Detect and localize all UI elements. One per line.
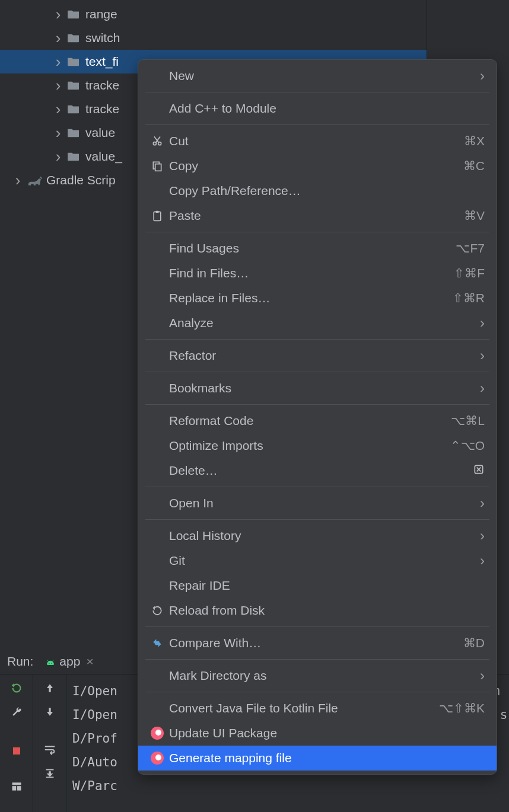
tree-item-label: Gradle Scrip (46, 173, 116, 187)
menu-item-label: Generate mapping file (169, 751, 485, 765)
compare-icon (148, 637, 167, 649)
menu-separator (145, 404, 489, 405)
layout-button[interactable] (9, 779, 24, 794)
menu-item-generate-mapping-file[interactable]: Generate mapping file (138, 746, 497, 771)
tree-item-switch[interactable]: switch (0, 26, 427, 50)
tree-item-label: value_ (85, 149, 122, 164)
delete-icon (473, 463, 485, 478)
menu-separator (145, 92, 489, 92)
svg-rect-9 (13, 747, 20, 755)
chevron-right-icon (52, 29, 64, 47)
menu-item-label: Reload from Disk (169, 603, 485, 618)
chevron-right-icon: › (480, 347, 485, 364)
android-icon (45, 656, 56, 667)
menu-separator (145, 659, 489, 660)
folder-icon (66, 56, 81, 68)
run-tab-app[interactable]: app × (40, 652, 98, 671)
menu-shortcut: ⌥⇧⌘K (439, 701, 485, 715)
menu-item-label: Paste (169, 209, 464, 223)
close-icon[interactable]: × (86, 654, 93, 669)
chevron-right-icon: › (480, 552, 485, 569)
tree-item-label: tracke (85, 78, 119, 92)
menu-shortcut: ⌥⌘L (451, 414, 485, 428)
menu-shortcut: ⌃⌥O (450, 439, 485, 453)
menu-item-replace-in-files[interactable]: Replace in Files…⇧⌘R (138, 286, 497, 311)
chevron-right-icon (52, 148, 64, 166)
soft-wrap-button[interactable] (42, 742, 58, 757)
menu-item-open-in[interactable]: Open In› (138, 491, 497, 516)
menu-item-repair-ide[interactable]: Repair IDE (138, 573, 497, 598)
chevron-right-icon (12, 171, 24, 190)
relay-icon (148, 752, 167, 765)
tree-item-range[interactable]: range (0, 2, 427, 26)
menu-item-label: Optimize Imports (169, 439, 450, 453)
menu-item-label: Update UI Package (169, 726, 485, 740)
menu-separator (145, 372, 489, 372)
menu-item-copy[interactable]: Copy⌘C (138, 154, 497, 178)
menu-item-label: Find Usages (169, 241, 456, 255)
up-arrow-button[interactable] (42, 680, 58, 696)
scroll-to-end-button[interactable] (42, 766, 58, 781)
reload-icon (148, 605, 167, 616)
menu-item-find-in-files[interactable]: Find in Files…⇧⌘F (138, 261, 497, 286)
chevron-right-icon: › (480, 528, 485, 544)
tree-item-label: switch (85, 31, 120, 45)
menu-item-git[interactable]: Git› (138, 548, 497, 573)
folder-icon (66, 32, 81, 44)
menu-item-paste[interactable]: Paste⌘V (138, 203, 497, 228)
wrench-button[interactable] (9, 704, 24, 720)
svg-rect-10 (12, 782, 21, 785)
menu-item-delete[interactable]: Delete… (138, 458, 497, 483)
menu-item-add-c-to-module[interactable]: Add C++ to Module (138, 96, 497, 121)
run-title: Run: (7, 654, 33, 669)
menu-item-compare-with[interactable]: Compare With…⌘D (138, 631, 497, 656)
menu-item-label: Open In (169, 496, 480, 510)
menu-shortcut: ⌘C (463, 159, 485, 173)
folder-icon (66, 151, 81, 162)
menu-item-copy-path-reference[interactable]: Copy Path/Reference… (138, 178, 497, 203)
menu-item-reload-from-disk[interactable]: Reload from Disk (138, 598, 497, 623)
menu-item-cut[interactable]: Cut⌘X (138, 129, 497, 154)
rerun-button[interactable] (9, 680, 24, 696)
paste-icon (148, 210, 167, 222)
menu-item-convert-java-file-to-kotlin-file[interactable]: Convert Java File to Kotlin File⌥⇧⌘K (138, 696, 497, 721)
context-menu: New›Add C++ to ModuleCut⌘XCopy⌘CCopy Pat… (138, 59, 497, 775)
menu-item-label: New (169, 69, 480, 83)
chevron-right-icon (52, 100, 64, 119)
run-gutter-right (33, 674, 66, 812)
run-tab-label: app (59, 654, 80, 669)
svg-rect-12 (17, 786, 21, 791)
menu-separator (145, 626, 489, 627)
menu-item-new[interactable]: New› (138, 63, 497, 88)
menu-item-optimize-imports[interactable]: Optimize Imports⌃⌥O (138, 433, 497, 458)
menu-item-label: Reformat Code (169, 414, 451, 428)
folder-icon (66, 79, 81, 91)
menu-item-bookmarks[interactable]: Bookmarks› (138, 376, 497, 401)
menu-shortcut: ⌘D (463, 636, 485, 650)
chevron-right-icon: › (480, 68, 485, 84)
menu-item-local-history[interactable]: Local History› (138, 523, 497, 548)
chevron-right-icon: › (480, 315, 485, 331)
menu-item-mark-directory-as[interactable]: Mark Directory as› (138, 663, 497, 688)
menu-shortcut: ⌥F7 (456, 241, 485, 255)
menu-separator (145, 124, 489, 125)
tree-item-label: tracke (85, 102, 119, 116)
menu-item-label: Repair IDE (169, 578, 485, 593)
menu-item-label: Find in Files… (169, 266, 454, 280)
tree-item-label: text_fi (85, 55, 119, 69)
svg-rect-4 (154, 212, 161, 220)
menu-item-reformat-code[interactable]: Reformat Code⌥⌘L (138, 408, 497, 433)
menu-item-find-usages[interactable]: Find Usages⌥F7 (138, 236, 497, 261)
menu-item-label: Replace in Files… (169, 291, 453, 305)
menu-item-analyze[interactable]: Analyze› (138, 311, 497, 335)
down-arrow-button[interactable] (42, 704, 58, 720)
menu-shortcut: ⌘V (464, 209, 485, 223)
chevron-right-icon (52, 76, 64, 95)
menu-item-refactor[interactable]: Refactor› (138, 343, 497, 368)
chevron-right-icon (52, 5, 64, 24)
menu-separator (145, 487, 489, 487)
stop-button[interactable] (9, 743, 24, 759)
copy-icon (148, 160, 167, 172)
menu-item-update-ui-package[interactable]: Update UI Package (138, 721, 497, 746)
menu-item-label: Git (169, 554, 480, 568)
